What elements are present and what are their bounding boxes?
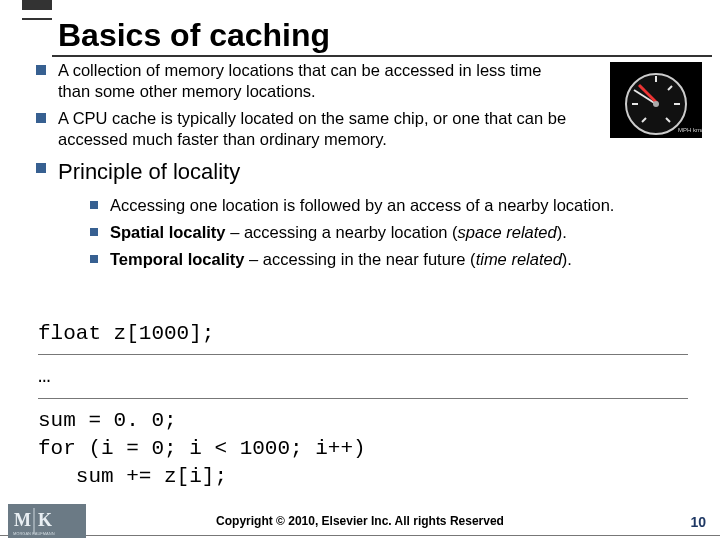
code-line: sum += z[i]; <box>38 463 688 491</box>
sub-bullet-text: Temporal locality – accessing in the nea… <box>110 249 572 270</box>
page-number: 10 <box>690 514 706 530</box>
svg-text:M: M <box>14 510 31 530</box>
square-bullet-icon <box>36 163 46 173</box>
bullet-text: A CPU cache is typically located on the … <box>58 108 578 150</box>
publisher-logo: M K MORGAN KAUFMANN <box>8 504 86 538</box>
divider <box>38 354 688 355</box>
footer: Copyright © 2010, Elsevier Inc. All righ… <box>0 498 720 540</box>
title-rule <box>52 55 712 57</box>
body: A collection of memory locations that ca… <box>36 60 696 276</box>
text-fragment: – accessing in the near future ( <box>244 250 475 268</box>
divider <box>38 398 688 399</box>
subheading: Principle of locality <box>58 158 240 186</box>
term-temporal: Temporal locality <box>110 250 244 268</box>
title-rule-left <box>22 18 52 20</box>
em-time-related: time related <box>476 250 562 268</box>
title-accent-block <box>22 0 52 10</box>
em-space-related: space related <box>458 223 557 241</box>
slide-title: Basics of caching <box>52 18 330 53</box>
sub-bullet-item: Accessing one location is followed by an… <box>90 195 700 216</box>
bullet-item: A CPU cache is typically located on the … <box>36 108 696 150</box>
bullet-item: A collection of memory locations that ca… <box>36 60 696 102</box>
slide: Basics of caching MPH km/h A <box>0 0 720 540</box>
title-area: Basics of caching <box>22 0 702 57</box>
square-bullet-icon <box>36 65 46 75</box>
svg-text:MORGAN KAUFMANN: MORGAN KAUFMANN <box>13 531 55 536</box>
code-line: … <box>38 363 688 391</box>
text-fragment: ). <box>562 250 572 268</box>
square-bullet-icon <box>36 113 46 123</box>
square-bullet-icon <box>90 255 98 263</box>
sub-bullet-item: Temporal locality – accessing in the nea… <box>90 249 700 270</box>
svg-text:K: K <box>38 510 52 530</box>
square-bullet-icon <box>90 201 98 209</box>
sub-bullet-text: Accessing one location is followed by an… <box>110 195 614 216</box>
code-line: for (i = 0; i < 1000; i++) <box>38 435 688 463</box>
sub-bullet-text: Spatial locality – accessing a nearby lo… <box>110 222 567 243</box>
footer-rule <box>0 535 720 536</box>
code-block: float z[1000]; … sum = 0. 0; for (i = 0;… <box>38 320 688 492</box>
sub-bullet-item: Spatial locality – accessing a nearby lo… <box>90 222 700 243</box>
code-line: float z[1000]; <box>38 320 688 348</box>
bullet-text: A collection of memory locations that ca… <box>58 60 578 102</box>
square-bullet-icon <box>90 228 98 236</box>
text-fragment: – accessing a nearby location ( <box>226 223 458 241</box>
term-spatial: Spatial locality <box>110 223 226 241</box>
text-fragment: ). <box>557 223 567 241</box>
copyright-text: Copyright © 2010, Elsevier Inc. All righ… <box>0 514 720 528</box>
code-line: sum = 0. 0; <box>38 407 688 435</box>
bullet-item: Principle of locality <box>36 158 696 186</box>
